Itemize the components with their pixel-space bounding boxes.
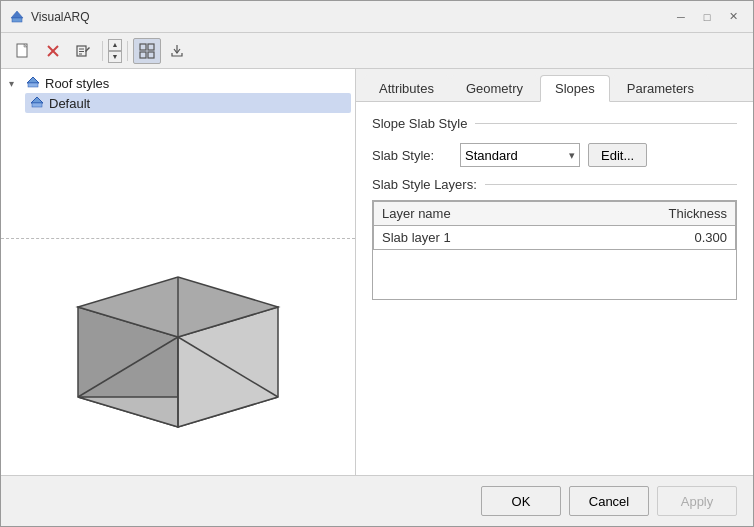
slab-style-select[interactable]: Standard	[460, 143, 580, 167]
svg-marker-0	[11, 11, 23, 18]
svg-marker-16	[27, 77, 39, 83]
col-thickness: Thickness	[566, 202, 736, 226]
export-button[interactable]	[163, 38, 191, 64]
maximize-button[interactable]: □	[695, 5, 719, 29]
svg-rect-12	[148, 44, 154, 50]
svg-marker-18	[31, 97, 43, 103]
close-button[interactable]: ✕	[721, 5, 745, 29]
tree-expand-icon: ▾	[9, 78, 21, 89]
slope-slab-style-header: Slope Slab Style	[372, 116, 737, 131]
up-arrow-button[interactable]: ▲	[108, 39, 122, 51]
title-bar-left: VisualARQ	[9, 9, 89, 25]
roof-styles-icon	[25, 75, 41, 91]
app-icon	[9, 9, 25, 25]
cell-layer-name: Slab layer 1	[374, 226, 566, 250]
tab-attributes[interactable]: Attributes	[364, 75, 449, 101]
svg-rect-17	[28, 83, 38, 87]
main-content: ▾ Roof styles	[1, 69, 753, 475]
arrow-buttons: ▲ ▼	[108, 38, 122, 64]
layers-table-wrapper: Layer name Thickness Slab layer 10.300	[372, 200, 737, 300]
slab-style-select-wrapper: Standard	[460, 143, 580, 167]
tab-parameters[interactable]: Parameters	[612, 75, 709, 101]
svg-rect-11	[140, 44, 146, 50]
minimize-button[interactable]: ─	[669, 5, 693, 29]
slab-style-layers-header: Slab Style Layers:	[372, 177, 737, 192]
sep1	[102, 41, 103, 61]
roof-preview-svg	[48, 257, 308, 457]
down-arrow-button[interactable]: ▼	[108, 51, 122, 63]
svg-rect-13	[140, 52, 146, 58]
apply-button[interactable]: Apply	[657, 486, 737, 516]
table-header-row: Layer name Thickness	[374, 202, 736, 226]
slab-style-row: Slab Style: Standard Edit...	[372, 143, 737, 167]
footer: OK Cancel Apply	[1, 475, 753, 526]
col-layer-name: Layer name	[374, 202, 566, 226]
rename-button[interactable]	[69, 38, 97, 64]
view-toggle-button[interactable]	[133, 38, 161, 64]
right-panel: Attributes Geometry Slopes Parameters Sl…	[356, 69, 753, 475]
tree-child-item-default[interactable]: Default	[25, 93, 351, 113]
left-panel: ▾ Roof styles	[1, 69, 356, 475]
tree-area[interactable]: ▾ Roof styles	[1, 69, 355, 239]
tree-root-label: Roof styles	[45, 76, 109, 91]
tabs-bar: Attributes Geometry Slopes Parameters	[356, 69, 753, 102]
tab-slopes[interactable]: Slopes	[540, 75, 610, 102]
app-title: VisualARQ	[31, 10, 89, 24]
toolbar: ▲ ▼	[1, 33, 753, 69]
slab-style-label: Slab Style:	[372, 148, 452, 163]
cell-thickness: 0.300	[566, 226, 736, 250]
tree-root-item[interactable]: ▾ Roof styles	[5, 73, 351, 93]
tab-geometry[interactable]: Geometry	[451, 75, 538, 101]
slopes-tab-content: Slope Slab Style Slab Style: Standard Ed…	[356, 102, 753, 475]
svg-rect-19	[32, 103, 42, 107]
new-button[interactable]	[9, 38, 37, 64]
cancel-button[interactable]: Cancel	[569, 486, 649, 516]
tree-child-container: Default	[25, 93, 351, 113]
svg-rect-14	[148, 52, 154, 58]
tree-child-label: Default	[49, 96, 90, 111]
window-controls: ─ □ ✕	[669, 5, 745, 29]
main-window: VisualARQ ─ □ ✕	[0, 0, 754, 527]
svg-rect-1	[12, 18, 22, 22]
default-roof-icon	[29, 95, 45, 111]
preview-area	[1, 239, 355, 475]
edit-button[interactable]: Edit...	[588, 143, 647, 167]
title-bar: VisualARQ ─ □ ✕	[1, 1, 753, 33]
layers-table: Layer name Thickness Slab layer 10.300	[373, 201, 736, 250]
delete-button[interactable]	[39, 38, 67, 64]
sep2	[127, 41, 128, 61]
ok-button[interactable]: OK	[481, 486, 561, 516]
table-row: Slab layer 10.300	[374, 226, 736, 250]
